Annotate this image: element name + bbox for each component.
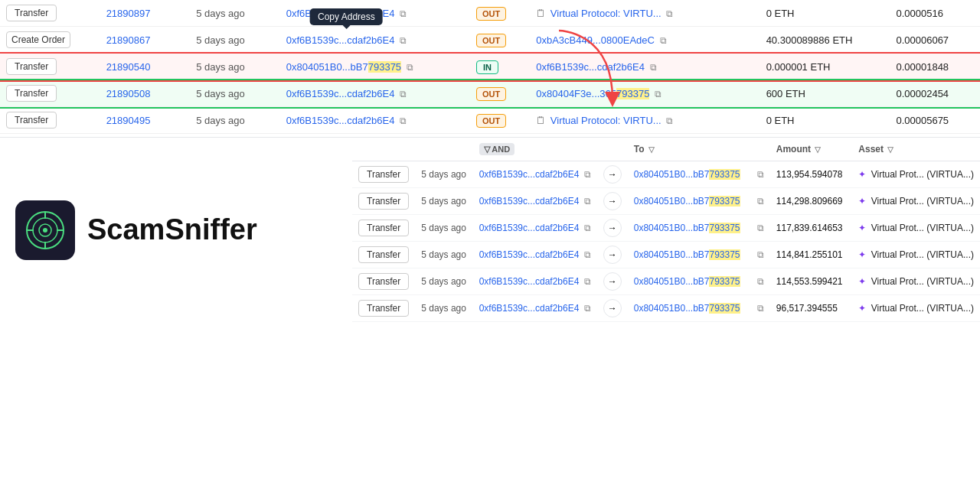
from-address[interactable]: 0xf6B1539c...cdaf2b6E4 bbox=[479, 169, 580, 180]
create-order-button[interactable]: Create Order bbox=[6, 31, 70, 48]
transfer-button[interactable]: Transfer bbox=[358, 273, 409, 290]
tx-date: 5 days ago bbox=[421, 276, 466, 287]
amount: 114,841.255101 bbox=[776, 249, 843, 260]
virtual-icon: ✦ bbox=[858, 303, 866, 314]
transfer-button[interactable]: Transfer bbox=[358, 220, 409, 236]
copy-to-icon[interactable]: ⧉ bbox=[757, 303, 764, 314]
amount-filter-icon[interactable]: ▽ bbox=[815, 145, 821, 154]
amount: 113,954.594078 bbox=[776, 169, 843, 180]
asset: Virtual Prot... (VIRTUA...) bbox=[871, 276, 974, 287]
copy-icon[interactable]: ⧉ bbox=[584, 223, 591, 233]
from-address[interactable]: 0xf6B1539c...cdaf2b6E4 bbox=[286, 115, 395, 126]
from-address[interactable]: 0xf6B1539c...cdaf2b6E4 bbox=[479, 249, 580, 260]
tx-date: 5 days ago bbox=[196, 88, 245, 99]
to-address[interactable]: 0x804051B0...bB7793375 bbox=[634, 223, 740, 233]
transfer-button[interactable]: Transfer bbox=[6, 5, 57, 21]
arrow-right-button[interactable]: → bbox=[603, 299, 622, 317]
asset-filter-icon[interactable]: ▽ bbox=[887, 145, 893, 154]
transfer-button[interactable]: Transfer bbox=[358, 246, 409, 263]
table-header-row: ▽ AND To ▽ Amount ▽ Asset ▽ bbox=[352, 138, 980, 161]
tx-id[interactable]: 21890508 bbox=[106, 88, 151, 99]
from-address[interactable]: 0xf6B1539c...cdaf2b6E4 bbox=[479, 223, 580, 233]
brand-panel: ScamSniffer bbox=[0, 138, 352, 322]
copy-from-address-icon[interactable]: ⧉ bbox=[400, 89, 407, 99]
tx-id[interactable]: 21890867 bbox=[106, 34, 151, 46]
transfer-button[interactable]: Transfer bbox=[358, 193, 409, 210]
from-address[interactable]: 0xf6B1539c...cdaf2b6E4 bbox=[286, 8, 395, 19]
transfer-button[interactable]: Transfer bbox=[358, 166, 409, 183]
svg-point-3 bbox=[43, 228, 47, 233]
to-address[interactable]: Virtual Protocol: VIRTU... bbox=[550, 115, 662, 126]
from-address[interactable]: 0xf6B1539c...cdaf2b6E4 bbox=[479, 303, 580, 314]
list-item: Transfer 5 days ago 0xf6B1539c...cdaf2b6… bbox=[352, 295, 980, 322]
arrow-right-button[interactable]: → bbox=[603, 165, 622, 184]
transfer-button[interactable]: Transfer bbox=[6, 58, 57, 75]
copy-icon[interactable]: ⧉ bbox=[584, 196, 591, 207]
col-asset: Asset ▽ bbox=[852, 138, 980, 161]
to-address[interactable]: 0xf6B1539c...cdaf2b6E4 bbox=[536, 61, 645, 73]
asset: Virtual Prot... (VIRTUA...) bbox=[871, 249, 974, 260]
from-address[interactable]: 0xf6B1539c...cdaf2b6E4 bbox=[286, 34, 395, 46]
tx-id[interactable]: 21890495 bbox=[106, 115, 151, 126]
from-address[interactable]: 0xf6B1539c...cdaf2b6E4 bbox=[479, 196, 580, 207]
table-row-highlighted-out: Transfer 21890508 5 days ago 0xf6B1539c.… bbox=[0, 80, 980, 107]
copy-to-address-icon[interactable]: ⧉ bbox=[650, 62, 657, 73]
asset: Virtual Prot... (VIRTUA...) bbox=[871, 223, 974, 233]
copy-icon[interactable]: ⧉ bbox=[584, 276, 591, 287]
amount: 114,298.809669 bbox=[776, 196, 843, 207]
to-address[interactable]: 0x804051B0...bB7793375 bbox=[634, 276, 740, 287]
arrow-right-button[interactable]: → bbox=[603, 272, 622, 291]
protocol-icon: 🗒 bbox=[536, 8, 546, 19]
brand-logo bbox=[15, 200, 75, 260]
and-filter[interactable]: ▽ AND bbox=[479, 143, 515, 155]
tx-date: 5 days ago bbox=[196, 61, 245, 73]
copy-from-address-icon[interactable]: ⧉ bbox=[400, 8, 407, 19]
transfer-button[interactable]: Transfer bbox=[6, 85, 57, 102]
to-address[interactable]: 0x804051B0...bB7793375 bbox=[634, 196, 740, 207]
arrow-right-button[interactable]: → bbox=[603, 219, 622, 237]
brand-name: ScamSniffer bbox=[87, 213, 257, 246]
copy-from-address-icon[interactable]: ⧉ bbox=[400, 115, 407, 126]
to-address[interactable]: 0x804051B0...bB7793375 bbox=[634, 249, 740, 260]
from-address[interactable]: 0xf6B1539c...cdaf2b6E4 bbox=[479, 276, 580, 287]
copy-to-address-icon[interactable]: ⧉ bbox=[655, 89, 662, 99]
copy-from-address-icon[interactable]: ⧉ bbox=[407, 62, 413, 73]
amount: 114,553.599421 bbox=[776, 276, 843, 287]
copy-to-icon[interactable]: ⧉ bbox=[757, 276, 764, 287]
list-item: Transfer 5 days ago 0xf6B1539c...cdaf2b6… bbox=[352, 215, 980, 242]
transfer-button[interactable]: Transfer bbox=[6, 112, 57, 129]
to-filter-icon[interactable]: ▽ bbox=[648, 145, 655, 154]
to-address[interactable]: 0x804051B0...bB7793375 bbox=[634, 169, 740, 180]
col-from: ▽ AND bbox=[473, 138, 597, 161]
copy-icon[interactable]: ⧉ bbox=[584, 249, 591, 260]
tx-id[interactable]: 21890897 bbox=[106, 8, 151, 19]
copy-to-icon[interactable]: ⧉ bbox=[757, 169, 764, 180]
copy-to-icon[interactable]: ⧉ bbox=[757, 249, 764, 260]
fee: 0.00002454 bbox=[896, 88, 949, 99]
table-row: Create Order 21890867 5 days ago 0xf6B15… bbox=[0, 27, 980, 54]
from-address[interactable]: 0x804051B0...bB7793375 bbox=[286, 61, 401, 73]
to-address[interactable]: Virtual Protocol: VIRTU... bbox=[550, 8, 662, 19]
to-address[interactable]: 0xbA3cB449...0800EAdeC bbox=[536, 34, 655, 46]
col-amount: Amount ▽ bbox=[770, 138, 853, 161]
arrow-right-button[interactable]: → bbox=[603, 192, 622, 210]
copy-to-icon[interactable]: ⧉ bbox=[757, 196, 764, 207]
table-row: Transfer 21890897 5 days ago 0xf6B1539c.… bbox=[0, 0, 980, 27]
fee: 0.00006067 bbox=[896, 34, 949, 46]
from-address[interactable]: 0xf6B1539c...cdaf2b6E4 bbox=[286, 88, 395, 99]
transfer-button[interactable]: Transfer bbox=[358, 300, 409, 317]
to-address[interactable]: 0x80404F3e...365793375 bbox=[536, 88, 649, 99]
copy-icon[interactable]: ⧉ bbox=[584, 303, 591, 314]
virtual-icon: ✦ bbox=[858, 196, 866, 207]
copy-from-address-icon[interactable]: ⧉ bbox=[400, 35, 407, 46]
copy-to-address-icon[interactable]: ⧉ bbox=[666, 115, 673, 126]
copy-to-icon[interactable]: ⧉ bbox=[757, 223, 764, 233]
arrow-right-button[interactable]: → bbox=[603, 246, 622, 264]
tx-id[interactable]: 21890540 bbox=[106, 61, 151, 73]
to-address[interactable]: 0x804051B0...bB7793375 bbox=[634, 303, 740, 314]
copy-to-address-icon[interactable]: ⧉ bbox=[660, 35, 667, 46]
tx-date: 5 days ago bbox=[421, 223, 466, 233]
copy-to-address-icon[interactable]: ⧉ bbox=[666, 8, 673, 19]
copy-icon[interactable]: ⧉ bbox=[584, 169, 591, 180]
virtual-icon: ✦ bbox=[858, 276, 866, 287]
